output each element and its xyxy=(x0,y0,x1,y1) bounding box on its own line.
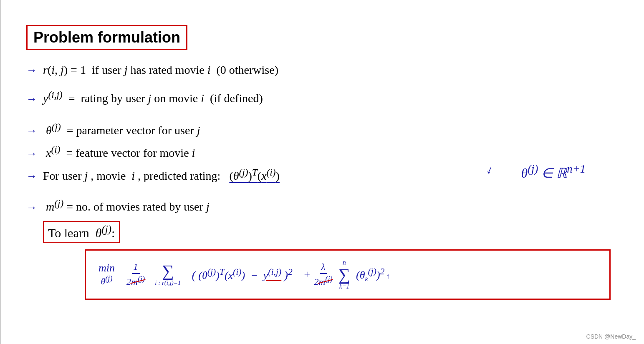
formula-box: min θ(j) 1 2m(j) ∑ i : r(i,j)=1 xyxy=(85,249,611,300)
arrow-6: → xyxy=(26,201,37,214)
line-text-6: m(j) = no. of movies rated by user j xyxy=(43,196,210,215)
side-annotation: ↙ θ(j) ∈ ℝn+1 xyxy=(518,163,586,181)
to-learn-label: To learn θ(j): xyxy=(48,226,115,240)
arrow-5: → xyxy=(26,170,37,183)
sum-block-1: ∑ i : r(i,j)=1 xyxy=(155,263,181,286)
line-text-4: x(i) = feature vector for movie i xyxy=(43,143,195,161)
arrow-1: → xyxy=(26,64,37,77)
main-expr: ( (θ(j))T(x(i)) − y(i,j) )2 xyxy=(192,267,292,282)
line-text-1: r(i, j) = 1 if user j has rated movie i … xyxy=(43,62,278,78)
arrow-4: → xyxy=(26,148,37,160)
bullet-line-4: → x(i) = feature vector for movie i xyxy=(26,143,619,161)
bullet-line-1: → r(i, j) = 1 if user j has rated movie … xyxy=(26,62,619,78)
bullet-line-2: → y(i,j) = rating by user j on movie i (… xyxy=(26,88,619,107)
line-text-5: For user j , movie i , predicted rating:… xyxy=(43,166,280,184)
watermark: CSDN @NewDay_ xyxy=(586,333,636,340)
line-text-2: y(i,j) = rating by user j on movie i (if… xyxy=(43,88,263,107)
arrow-2: → xyxy=(26,93,37,105)
slide-title: Problem formulation xyxy=(33,29,180,46)
slide: Problem formulation → r(i, j) = 1 if use… xyxy=(0,0,644,344)
arrow-3: → xyxy=(26,125,37,137)
to-learn-box: To learn θ(j): xyxy=(43,221,120,243)
min-block: min θ(j) xyxy=(98,262,115,287)
title-box: Problem formulation xyxy=(26,25,187,50)
content-area: Problem formulation → r(i, j) = 1 if use… xyxy=(26,25,619,331)
bullet-line-6: → m(j) = no. of movies rated by user j xyxy=(26,196,619,215)
formula-inner: min θ(j) 1 2m(j) ∑ i : r(i,j)=1 xyxy=(98,259,597,290)
regularization: + λ 2m(j) n ∑ k=1 xyxy=(303,259,390,290)
bullet-line-3: → θ(j) = parameter vector for user j xyxy=(26,120,619,139)
line-text-3: θ(j) = parameter vector for user j xyxy=(43,120,200,139)
sum-block-2: n ∑ k=1 xyxy=(338,259,351,290)
